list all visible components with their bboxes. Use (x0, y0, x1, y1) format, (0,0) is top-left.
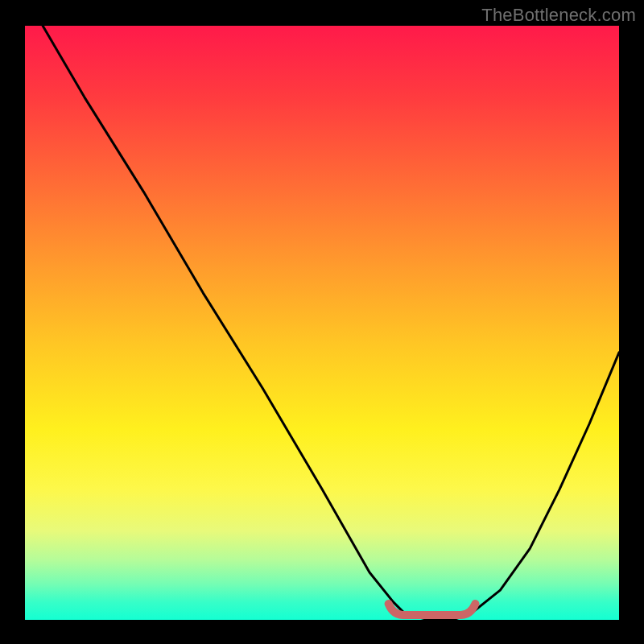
watermark-text: TheBottleneck.com (481, 5, 636, 26)
plot-area (25, 26, 619, 620)
chart-frame: TheBottleneck.com (0, 0, 644, 644)
bottleneck-curve-path (43, 26, 619, 620)
curve-svg (25, 26, 619, 620)
